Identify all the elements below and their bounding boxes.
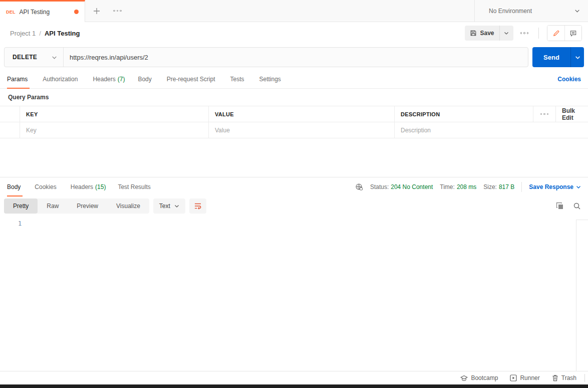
column-header-value: VALUE [209, 106, 395, 122]
bulk-edit-button[interactable]: Bulk Edit [556, 106, 588, 122]
tab-label: Settings [259, 76, 281, 83]
tab-headers[interactable]: Headers (7) [93, 70, 125, 88]
environment-selector[interactable]: No Environment [474, 0, 588, 22]
request-header-row: Project 1 / API Testing Save [0, 22, 588, 44]
tab-count: (7) [118, 76, 125, 83]
wrap-text-button[interactable] [189, 199, 206, 214]
add-tab-button[interactable] [85, 0, 108, 22]
search-icon [573, 202, 581, 210]
value-input[interactable] [215, 127, 388, 134]
status-value: 204 No Content [391, 183, 433, 190]
chevron-down-icon [576, 184, 581, 189]
network-info-icon[interactable] [355, 183, 363, 191]
breadcrumb-separator: / [39, 30, 41, 37]
size-label: Size: [483, 183, 497, 190]
runner-label: Runner [520, 374, 539, 381]
cookies-link[interactable]: Cookies [557, 70, 581, 88]
response-tab-cookies[interactable]: Cookies [35, 177, 58, 196]
chevron-down-icon [575, 55, 580, 60]
window-edge [0, 384, 588, 388]
description-cell [395, 122, 588, 138]
url-input[interactable]: https://reqres.in/api/users/2 [64, 54, 528, 61]
search-response-button[interactable] [572, 201, 582, 211]
comment-icon [569, 30, 577, 37]
copy-response-button[interactable] [555, 201, 565, 211]
copy-icon [556, 202, 564, 210]
tab-settings[interactable]: Settings [259, 70, 283, 88]
tab-method-badge: DEL [6, 10, 16, 15]
status-meta: Status: 204 No Content [370, 183, 433, 190]
format-label: Text [159, 203, 170, 210]
tab-body[interactable]: Body [138, 70, 153, 88]
tab-options-button[interactable] [108, 0, 127, 22]
save-button-label: Save [480, 30, 494, 37]
table-row [0, 122, 588, 138]
view-mode-pretty[interactable]: Pretty [4, 199, 38, 214]
edit-comment-group [547, 25, 582, 41]
tab-label: Params [7, 76, 28, 83]
trash-button[interactable]: Trash [547, 374, 581, 381]
tab-label: Pre-request Script [167, 76, 215, 83]
tab-title: API Testing [20, 9, 70, 16]
divider [538, 28, 539, 39]
runner-button[interactable]: Runner [505, 374, 544, 381]
send-options-button[interactable] [570, 47, 584, 67]
response-toolbar: Pretty Raw Preview Visualize Text [0, 196, 588, 216]
chevron-down-icon [504, 31, 509, 36]
key-input[interactable] [26, 127, 202, 134]
more-options-icon [538, 111, 551, 117]
open-request-tab[interactable]: DEL API Testing [0, 0, 85, 22]
request-tab-strip: DEL API Testing No Environment [0, 0, 588, 22]
breadcrumb-project[interactable]: Project 1 [10, 30, 36, 37]
response-tab-headers[interactable]: Headers (15) [71, 177, 106, 196]
chevron-down-icon [574, 8, 580, 14]
column-header-description: DESCRIPTION [395, 106, 533, 122]
request-pane-spacer [0, 138, 588, 177]
tab-params[interactable]: Params [7, 70, 30, 88]
response-body-editor[interactable]: 1 [0, 216, 588, 371]
save-dropdown-button[interactable] [499, 26, 513, 41]
tab-pre-request-script[interactable]: Pre-request Script [167, 70, 217, 88]
view-mode-visualize[interactable]: Visualize [107, 199, 149, 214]
response-tab-test-results[interactable]: Test Results [118, 177, 152, 196]
request-tabs: Params Authorization Headers (7) Body Pr… [0, 70, 588, 89]
row-checkbox-cell [0, 122, 20, 138]
save-button[interactable]: Save [465, 26, 499, 41]
breadcrumb-current[interactable]: API Testing [45, 30, 80, 37]
tab-label: Body [138, 76, 151, 83]
response-tabs-row: Body Cookies Headers (15) Test Results S… [0, 177, 588, 196]
save-response-button[interactable]: Save Response [521, 182, 581, 192]
tab-label: Cookies [35, 183, 56, 190]
comments-button[interactable] [564, 26, 581, 41]
send-button[interactable]: Send [532, 47, 570, 67]
tab-tests[interactable]: Tests [230, 70, 246, 88]
tab-count: (15) [95, 183, 106, 190]
tab-authorization[interactable]: Authorization [43, 70, 80, 88]
view-mode-raw[interactable]: Raw [38, 199, 68, 214]
tab-label: Test Results [118, 183, 150, 190]
url-bar: DELETE https://reqres.in/api/users/2 [4, 47, 528, 67]
header-actions: Save [465, 25, 582, 41]
size-meta: Size: 817 B [483, 183, 514, 190]
view-mode-preview[interactable]: Preview [68, 199, 107, 214]
params-more-options-button[interactable] [533, 106, 556, 122]
method-selector[interactable]: DELETE [5, 48, 64, 67]
bootcamp-label: Bootcamp [471, 374, 498, 381]
request-more-options-button[interactable] [518, 30, 531, 36]
response-tab-body[interactable]: Body [7, 177, 23, 196]
bootcamp-button[interactable]: Bootcamp [455, 374, 503, 381]
save-icon [470, 30, 477, 37]
save-response-label: Save Response [529, 183, 573, 190]
description-input[interactable] [401, 127, 582, 134]
trash-icon [552, 374, 558, 381]
status-footer: Bootcamp Runner Trash [0, 371, 588, 384]
response-toolbar-right [555, 201, 582, 211]
tab-label: Tests [230, 76, 244, 83]
format-selector[interactable]: Text [153, 199, 185, 214]
time-label: Time: [440, 183, 455, 190]
method-label: DELETE [13, 54, 37, 61]
value-cell [209, 122, 395, 138]
edit-documentation-button[interactable] [547, 26, 564, 41]
response-meta: Status: 204 No Content Time: 208 ms Size… [355, 177, 581, 196]
postman-window: DEL API Testing No Environment Project 1… [0, 0, 588, 388]
